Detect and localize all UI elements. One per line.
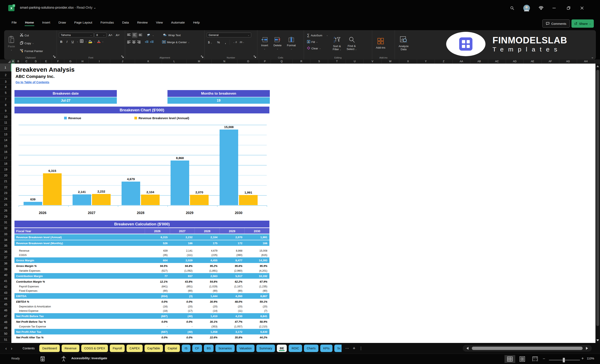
menu-tab-automate[interactable]: Automate bbox=[168, 18, 188, 27]
column-header-P[interactable]: P bbox=[259, 60, 271, 64]
sheet-tab-captable[interactable]: CapTable bbox=[144, 345, 163, 352]
sheet-tab-capex[interactable]: CAPEX bbox=[127, 345, 142, 352]
menu-tab-page-layout[interactable]: Page Layout bbox=[71, 18, 95, 27]
row-header-18[interactable]: 18 bbox=[0, 161, 11, 166]
accessibility-status[interactable]: Accessibility: Investigate bbox=[71, 356, 107, 360]
sheet-options-icon[interactable]: ⋮ bbox=[359, 346, 363, 351]
fill-button[interactable]: Fill ⌄ bbox=[306, 39, 329, 45]
currency-format-icon[interactable]: $ ⌄ bbox=[207, 40, 213, 45]
column-header-X[interactable]: X bbox=[399, 60, 417, 64]
row-header-7[interactable]: 7 bbox=[0, 96, 11, 102]
row-header-19[interactable]: 19 bbox=[0, 167, 11, 173]
decrease-decimal-icon[interactable]: .00→ bbox=[239, 41, 244, 43]
row-header-2[interactable]: 2 bbox=[0, 72, 11, 79]
merge-center-button[interactable]: Merge & Center ⌄ bbox=[161, 40, 191, 45]
menu-tab-file[interactable]: File bbox=[8, 18, 20, 27]
column-header-K[interactable]: K bbox=[135, 60, 162, 64]
cut-button[interactable]: Cut bbox=[19, 33, 44, 38]
row-header-16[interactable]: 16 bbox=[0, 149, 11, 155]
sheet-tab-charts[interactable]: Charts bbox=[304, 345, 319, 352]
sheet-canvas[interactable]: Breakeven Analysis ABC Company Inc. Go t… bbox=[11, 64, 595, 343]
font-color-icon[interactable]: A bbox=[97, 40, 101, 43]
addins-button[interactable]: Add-ins bbox=[374, 32, 387, 55]
column-header-W[interactable]: W bbox=[382, 60, 399, 64]
horizontal-scrollbar[interactable] bbox=[463, 345, 592, 352]
format-painter-button[interactable]: Format Painter bbox=[19, 48, 44, 54]
column-header-S[interactable]: S bbox=[310, 60, 328, 64]
menu-tab-help[interactable]: Help bbox=[190, 18, 203, 27]
column-header-AE[interactable]: AE bbox=[524, 60, 542, 64]
font-dialog-launcher[interactable] bbox=[121, 55, 124, 59]
menu-tab-formulas[interactable]: Formulas bbox=[97, 18, 117, 27]
column-header-L[interactable]: L bbox=[162, 60, 187, 64]
find-select-button[interactable]: Find &Select ⌄ bbox=[345, 32, 358, 55]
column-header-J[interactable]: J bbox=[110, 60, 135, 64]
row-header-43[interactable]: 43 bbox=[0, 290, 11, 296]
row-header-35[interactable]: 35 bbox=[0, 243, 11, 249]
column-header-Y[interactable]: Y bbox=[417, 60, 435, 64]
format-cells-button[interactable]: Format⌄ bbox=[285, 32, 298, 55]
column-header-Q[interactable]: Q bbox=[271, 60, 292, 64]
minimize-button[interactable] bbox=[551, 5, 558, 12]
collapse-ribbon-icon[interactable]: ⌄ bbox=[591, 55, 594, 59]
normal-view-icon[interactable] bbox=[505, 355, 515, 363]
menu-tab-draw[interactable]: Draw bbox=[55, 18, 69, 27]
clipboard-dialog-launcher[interactable] bbox=[53, 55, 56, 59]
row-header-26[interactable]: 26 bbox=[0, 208, 11, 213]
column-header-D[interactable]: D bbox=[31, 60, 40, 64]
row-header-24[interactable]: 24 bbox=[0, 196, 11, 202]
row-header-15[interactable]: 15 bbox=[0, 143, 11, 149]
row-header-51[interactable]: 51 bbox=[0, 337, 11, 343]
row-header-32[interactable]: 32 bbox=[0, 225, 11, 231]
row-header-39[interactable]: 39 bbox=[0, 266, 11, 272]
sheet-tab-cf[interactable]: CF bbox=[192, 345, 202, 352]
column-header-Z[interactable]: Z bbox=[435, 60, 453, 64]
menu-tab-data[interactable]: Data bbox=[119, 18, 132, 27]
align-center-icon[interactable] bbox=[132, 40, 136, 44]
row-header-45[interactable]: 45 bbox=[0, 302, 11, 307]
scroll-left-icon[interactable] bbox=[467, 347, 469, 350]
percent-format-icon[interactable]: % bbox=[216, 40, 221, 45]
select-all-corner[interactable] bbox=[0, 60, 11, 64]
italic-button[interactable]: I bbox=[65, 39, 69, 44]
close-button[interactable] bbox=[579, 5, 586, 12]
column-header-AH[interactable]: AH bbox=[577, 60, 595, 64]
row-header-3[interactable]: 3 bbox=[0, 79, 11, 85]
row-header-23[interactable]: 23 bbox=[0, 190, 11, 196]
page-layout-view-icon[interactable] bbox=[517, 355, 528, 363]
scroll-up-icon[interactable] bbox=[597, 65, 599, 67]
share-button[interactable]: Share ⌄ bbox=[572, 19, 594, 28]
column-header-B[interactable]: B bbox=[15, 60, 22, 64]
align-right-icon[interactable] bbox=[137, 40, 141, 44]
horizontal-scroll-thumb[interactable] bbox=[472, 347, 583, 350]
row-header-29[interactable]: 29 bbox=[0, 214, 11, 219]
delete-cells-button[interactable]: Delete⌄ bbox=[272, 32, 283, 55]
column-header-N[interactable]: N bbox=[212, 60, 237, 64]
sheet-tab-valuation[interactable]: Valuation bbox=[236, 345, 254, 352]
sheet-tab-contents[interactable]: Contents bbox=[20, 345, 38, 352]
column-header-C[interactable]: C bbox=[22, 60, 31, 64]
column-header-G[interactable]: G bbox=[64, 60, 77, 64]
row-header-21[interactable]: 21 bbox=[0, 178, 11, 184]
row-header-49[interactable]: 49 bbox=[0, 325, 11, 331]
row-header-31[interactable]: 31 bbox=[0, 219, 11, 225]
row-header-8[interactable]: 8 bbox=[0, 102, 11, 108]
orientation-icon[interactable]: ab bbox=[147, 33, 151, 37]
number-dialog-launcher[interactable] bbox=[254, 55, 256, 59]
sheet-tab-revenue[interactable]: Revenue bbox=[62, 345, 79, 352]
sheet-tab-kpis[interactable]: KPIs bbox=[320, 345, 332, 352]
sheet-tab-is[interactable]: IS bbox=[182, 345, 190, 352]
restore-button[interactable] bbox=[565, 5, 572, 12]
alignment-dialog-launcher[interactable] bbox=[201, 55, 203, 59]
new-sheet-button[interactable]: + bbox=[353, 346, 356, 351]
align-bottom-icon[interactable] bbox=[139, 34, 142, 37]
row-header-34[interactable]: 34 bbox=[0, 237, 11, 243]
vertical-scroll-thumb[interactable] bbox=[596, 70, 599, 326]
align-middle-icon[interactable] bbox=[132, 33, 137, 38]
row-header-44[interactable]: 44 bbox=[0, 296, 11, 301]
row-header-40[interactable]: 40 bbox=[0, 272, 11, 278]
page-break-view-icon[interactable] bbox=[530, 355, 540, 363]
column-header-V[interactable]: V bbox=[364, 60, 382, 64]
column-header-U[interactable]: U bbox=[346, 60, 364, 64]
increase-font-icon[interactable]: A˄ bbox=[107, 33, 114, 37]
